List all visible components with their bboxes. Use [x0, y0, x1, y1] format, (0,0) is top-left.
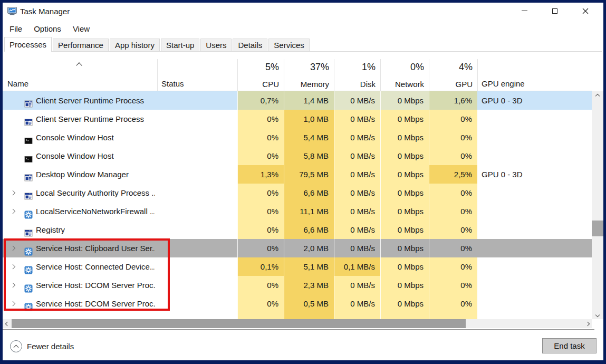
- maximize-button[interactable]: [543, 3, 567, 19]
- scroll-up-button[interactable]: [592, 91, 603, 100]
- app-window-icon: [24, 114, 33, 123]
- column-header-memory[interactable]: 37%Memory: [284, 58, 334, 91]
- gpu-engine-cell: [477, 110, 592, 128]
- table-row[interactable]: Console Window Host0%5,8 MB0 MB/s0 Mbps0…: [3, 147, 592, 165]
- menu-view[interactable]: View: [67, 21, 95, 36]
- scroll-down-button[interactable]: [592, 310, 603, 319]
- gpu-cell: 0%: [429, 147, 477, 165]
- name-cell: Desktop Window Manager: [3, 165, 157, 184]
- disk-cell: 0 MB/s: [334, 184, 380, 202]
- table-row[interactable]: Service Host: Clipboard User Ser...0%2,0…: [3, 239, 592, 257]
- table-row[interactable]: LocalServiceNoNetworkFirewall ...0%11,1 …: [3, 202, 592, 221]
- table-row[interactable]: Local Security Authority Process ...0%6,…: [3, 184, 592, 202]
- table-row[interactable]: Service Host: DCOM Server Proc...0%2,3 M…: [3, 276, 592, 294]
- scroll-right-button[interactable]: [583, 319, 592, 328]
- tab-users[interactable]: Users: [200, 39, 232, 51]
- gpu-engine-cell: [477, 202, 592, 221]
- network-cell: 0 Mbps: [380, 128, 429, 147]
- table-row[interactable]: Client Server Runtime Process0,7%1,4 MB0…: [3, 91, 592, 110]
- close-button[interactable]: [573, 3, 598, 19]
- expander-icon[interactable]: [11, 190, 15, 195]
- table-row[interactable]: Registry0%6,6 MB0 MB/s0 Mbps0%: [3, 221, 592, 239]
- column-header-gpu-engine[interactable]: GPU engine: [482, 79, 525, 88]
- gpu-engine-cell: [477, 184, 592, 202]
- cpu-cell: 0%: [237, 184, 284, 202]
- status-cell: [157, 257, 237, 276]
- close-icon: [582, 8, 589, 14]
- column-header-network[interactable]: 0%Network: [380, 58, 429, 91]
- name-cell: Service Host: DCOM Server Proc...: [3, 294, 157, 313]
- table-row[interactable]: Desktop Window Manager1,3%79,5 MB0 MB/s0…: [3, 165, 592, 184]
- column-header-cpu[interactable]: 5%CPU: [237, 58, 284, 91]
- cpu-cell: 0%: [237, 276, 284, 294]
- memory-cell: 11,1 MB: [284, 202, 334, 221]
- disk-cell: 0 MB/s: [334, 91, 380, 110]
- table-row[interactable]: Service Host: Connected Device...0,1%5,1…: [3, 257, 592, 276]
- gpu-cell: 0%: [429, 239, 477, 257]
- table-row[interactable]: Service Host: DCOM Server Proc...0%0,5 M…: [3, 294, 592, 313]
- minimize-icon: [522, 11, 527, 11]
- horizontal-scrollbar[interactable]: [3, 319, 592, 328]
- scroll-left-button[interactable]: [3, 319, 12, 328]
- vertical-scrollbar[interactable]: [592, 91, 603, 319]
- network-cell: [380, 313, 429, 319]
- process-name: Service Host: Connected Device...: [36, 257, 155, 276]
- maximize-icon: [552, 8, 557, 14]
- expander-icon[interactable]: [11, 301, 15, 306]
- end-task-button[interactable]: End task: [542, 338, 597, 353]
- column-usage-percent: 5%: [265, 62, 279, 73]
- process-name: Console Window Host: [36, 128, 114, 147]
- tab-performance[interactable]: Performance: [53, 39, 109, 51]
- name-cell: Console Window Host: [3, 128, 157, 147]
- gpu-cell: 0%: [429, 184, 477, 202]
- fewer-details-toggle[interactable]: Fewer details: [10, 339, 74, 353]
- menu-file[interactable]: File: [4, 21, 28, 36]
- tab-details[interactable]: Details: [233, 39, 267, 51]
- process-name: Registry: [36, 221, 65, 239]
- process-name: Console Window Host: [36, 147, 114, 165]
- column-header-status[interactable]: Status: [161, 79, 184, 88]
- network-cell: 0 Mbps: [380, 110, 429, 128]
- expander-icon[interactable]: [11, 264, 15, 269]
- status-cell: [157, 276, 237, 294]
- status-cell: [157, 221, 237, 239]
- minimize-button[interactable]: [512, 3, 536, 19]
- expander-icon[interactable]: [11, 246, 15, 251]
- expander-icon[interactable]: [11, 209, 15, 214]
- vertical-scroll-thumb[interactable]: [592, 221, 603, 236]
- memory-cell: 5,4 MB: [284, 128, 334, 147]
- gpu-engine-cell: [477, 313, 592, 319]
- table-row[interactable]: Client Server Runtime Process0%1,0 MB0 M…: [3, 110, 592, 128]
- network-cell: 0 Mbps: [380, 239, 429, 257]
- status-cell: [157, 147, 237, 165]
- column-header-disk[interactable]: 1%Disk: [334, 58, 380, 91]
- chevron-left-icon: [5, 321, 9, 325]
- table-bottom-edge: [3, 329, 594, 330]
- chevron-down-icon: [595, 312, 600, 317]
- column-separator: [157, 59, 158, 91]
- disk-cell: 0 MB/s: [334, 221, 380, 239]
- gpu-cell: 0%: [429, 294, 477, 313]
- table-row[interactable]: Console Window Host0%5,4 MB0 MB/s0 Mbps0…: [3, 128, 592, 147]
- column-header-name[interactable]: Name: [7, 79, 28, 88]
- network-cell: 0 Mbps: [380, 294, 429, 313]
- column-header-gpu[interactable]: 4%GPU: [429, 58, 477, 91]
- column-label: CPU: [262, 80, 279, 89]
- horizontal-scroll-thumb[interactable]: [12, 319, 466, 328]
- tab-app-history[interactable]: App history: [110, 39, 160, 51]
- process-name: Service Host: DCOM Server Proc...: [36, 294, 155, 313]
- menu-options[interactable]: Options: [28, 21, 67, 36]
- status-cell: [157, 313, 237, 319]
- tab-processes[interactable]: Processes: [4, 37, 52, 52]
- column-label: GPU: [455, 80, 473, 89]
- memory-cell: 0,5 MB: [284, 294, 334, 313]
- network-cell: 0 Mbps: [380, 165, 429, 184]
- name-cell: Service Host: DCOM Server Proc...: [3, 276, 157, 294]
- gear-icon: [24, 299, 33, 308]
- gpu-engine-cell: [477, 147, 592, 165]
- memory-cell: 2,3 MB: [284, 276, 334, 294]
- tab-start-up[interactable]: Start-up: [161, 39, 199, 51]
- expander-icon[interactable]: [11, 283, 15, 288]
- table-row[interactable]: [3, 313, 592, 319]
- tab-services[interactable]: Services: [268, 39, 310, 51]
